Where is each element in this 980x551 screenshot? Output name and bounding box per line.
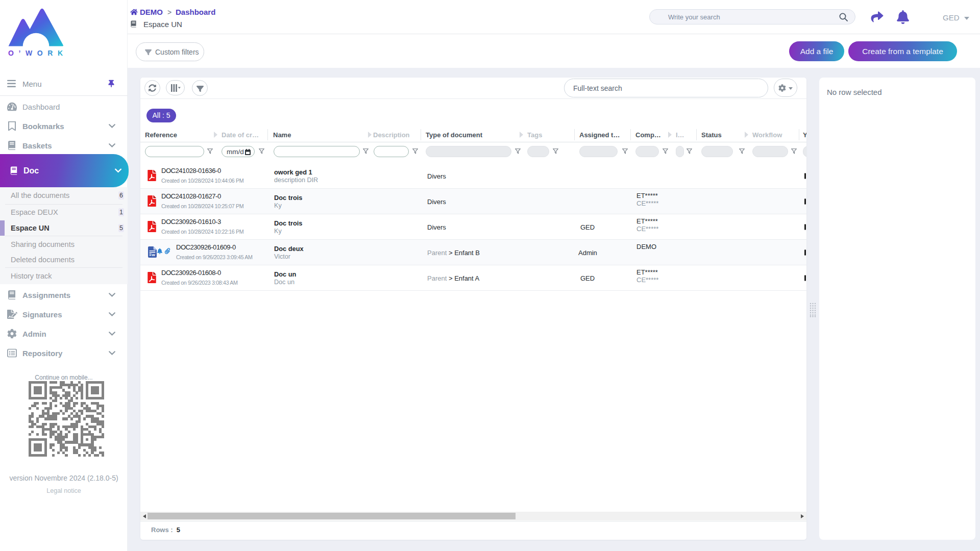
svg-text:w: w xyxy=(152,253,156,257)
svg-text:O’WORK: O’WORK xyxy=(8,49,64,57)
